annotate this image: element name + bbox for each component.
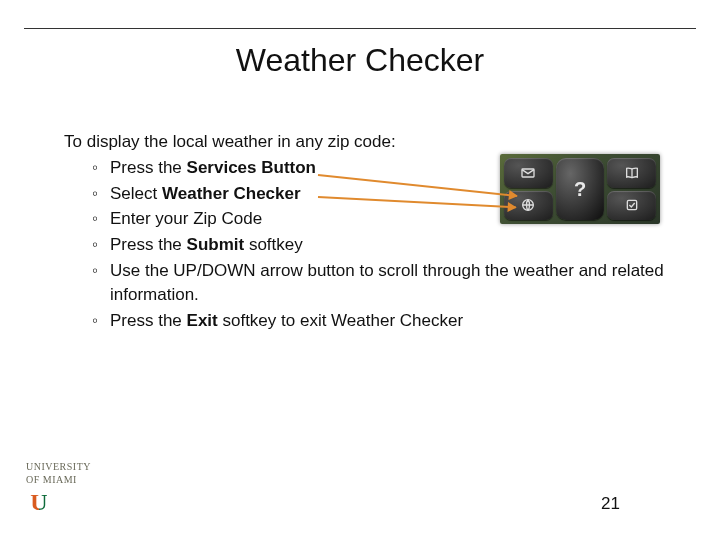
horizontal-rule bbox=[24, 28, 696, 29]
text: softkey to exit Weather Checker bbox=[218, 311, 463, 330]
intro-text: To display the local weather in any zip … bbox=[64, 130, 672, 154]
slide-title: Weather Checker bbox=[0, 42, 720, 79]
text: softkey bbox=[244, 235, 303, 254]
text: Press the bbox=[110, 158, 187, 177]
list-item: Press the Submit softkey bbox=[92, 233, 672, 257]
logo-text-line1: UNIVERSITY bbox=[26, 461, 91, 472]
text: Select bbox=[110, 184, 162, 203]
text: Press the bbox=[110, 311, 187, 330]
text: Use the UP/DOWN arrow button to scroll t… bbox=[110, 261, 664, 304]
university-logo: UNIVERSITY OF MIAMI U bbox=[26, 461, 91, 516]
list-item: Use the UP/DOWN arrow button to scroll t… bbox=[92, 259, 672, 307]
logo-mark: U bbox=[26, 489, 52, 516]
question-mark: ? bbox=[574, 178, 586, 201]
text: Enter your Zip Code bbox=[110, 209, 262, 228]
question-icon: ? bbox=[556, 158, 605, 220]
bold-text: Services Button bbox=[187, 158, 316, 177]
text: Press the bbox=[110, 235, 187, 254]
bold-text: Weather Checker bbox=[162, 184, 301, 203]
bold-text: Exit bbox=[187, 311, 218, 330]
envelope-icon bbox=[504, 158, 553, 188]
bold-text: Submit bbox=[187, 235, 245, 254]
list-item: Press the Exit softkey to exit Weather C… bbox=[92, 309, 672, 333]
logo-text-line2: OF MIAMI bbox=[26, 474, 91, 485]
phone-softkeys-image: ? bbox=[500, 154, 660, 224]
book-icon bbox=[607, 158, 656, 188]
svg-rect-2 bbox=[627, 201, 636, 210]
checkbox-icon bbox=[607, 191, 656, 221]
page-number: 21 bbox=[601, 494, 620, 514]
